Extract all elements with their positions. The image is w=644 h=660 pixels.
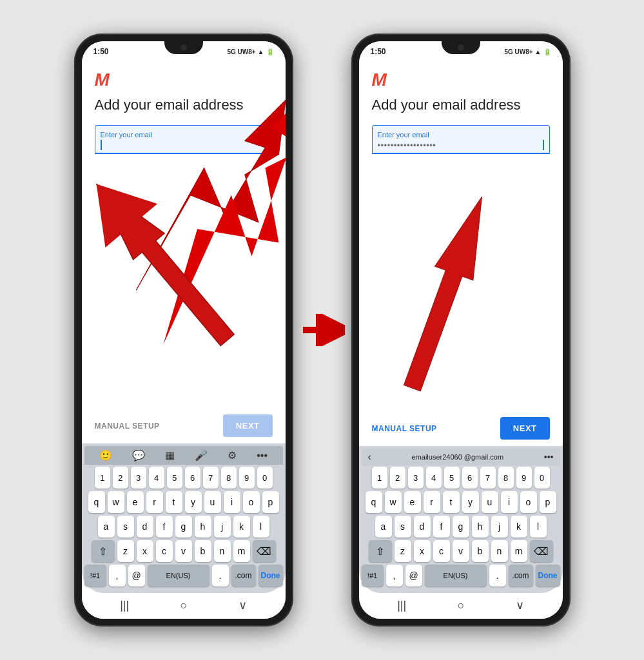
- next-btn-2[interactable]: NEXT: [500, 417, 550, 440]
- gif-icon-1[interactable]: ▦: [165, 449, 175, 461]
- key2-7[interactable]: 7: [480, 467, 496, 489]
- key2-at[interactable]: @: [405, 565, 422, 587]
- key2-l[interactable]: l: [530, 516, 547, 538]
- settings-icon-1[interactable]: ⚙: [228, 449, 237, 461]
- key-h[interactable]: h: [195, 516, 211, 538]
- more-icon-1[interactable]: •••: [257, 450, 268, 461]
- manual-setup-btn-1[interactable]: MANUAL SETUP: [95, 422, 160, 431]
- key2-5[interactable]: 5: [444, 467, 460, 489]
- key-q[interactable]: q: [88, 491, 105, 513]
- key2-f[interactable]: f: [433, 516, 450, 538]
- key-1[interactable]: 1: [95, 467, 110, 489]
- key2-shift[interactable]: ⇧: [369, 540, 392, 562]
- key-e[interactable]: e: [127, 491, 144, 513]
- key2-c[interactable]: c: [433, 540, 450, 562]
- key2-e[interactable]: e: [404, 491, 421, 513]
- key-at-1[interactable]: @: [128, 565, 145, 587]
- key2-1[interactable]: 1: [372, 467, 387, 489]
- more-btn-kb[interactable]: •••: [544, 452, 554, 462]
- key-5[interactable]: 5: [167, 467, 182, 489]
- mic-icon-1[interactable]: 🎤: [195, 449, 208, 461]
- key-d[interactable]: d: [137, 516, 153, 538]
- key-space-1[interactable]: EN(US): [148, 565, 210, 587]
- key2-comma[interactable]: ,: [386, 565, 403, 587]
- key-shift-1[interactable]: ⇧: [92, 540, 115, 562]
- key-8[interactable]: 8: [221, 467, 237, 489]
- key-7[interactable]: 7: [203, 467, 219, 489]
- key-z[interactable]: z: [117, 540, 134, 562]
- key-u[interactable]: u: [204, 491, 221, 513]
- key2-4[interactable]: 4: [426, 467, 442, 489]
- key2-d[interactable]: d: [414, 516, 431, 538]
- key2-period[interactable]: .: [489, 565, 506, 587]
- key2-x[interactable]: x: [414, 540, 431, 562]
- key2-t[interactable]: t: [443, 491, 460, 513]
- email-input-container-1[interactable]: Enter your email: [95, 125, 273, 154]
- key2-m[interactable]: m: [511, 540, 527, 562]
- key-k[interactable]: k: [233, 516, 250, 538]
- key-r[interactable]: r: [146, 491, 163, 513]
- nav-back-2[interactable]: ∨: [516, 598, 524, 612]
- key2-b[interactable]: b: [472, 540, 489, 562]
- key2-z[interactable]: z: [395, 540, 411, 562]
- key2-w[interactable]: w: [385, 491, 402, 513]
- key2-0[interactable]: 0: [534, 467, 550, 489]
- key-j[interactable]: j: [214, 516, 231, 538]
- key2-h[interactable]: h: [472, 516, 489, 538]
- key2-6[interactable]: 6: [462, 467, 478, 489]
- key-6[interactable]: 6: [185, 467, 200, 489]
- suggestion-email[interactable]: emailuser24060 @gmail.com: [371, 453, 544, 461]
- key2-8[interactable]: 8: [498, 467, 514, 489]
- key-s[interactable]: s: [117, 516, 134, 538]
- key-special-1[interactable]: !#1: [84, 565, 106, 587]
- key-dotcom-1[interactable]: .com: [231, 565, 256, 587]
- key-l[interactable]: l: [253, 516, 269, 538]
- nav-back-1[interactable]: ∨: [239, 598, 247, 612]
- nav-recents-2[interactable]: |||: [397, 599, 406, 612]
- nav-recents-1[interactable]: |||: [120, 599, 129, 612]
- key-x[interactable]: x: [137, 540, 153, 562]
- key2-k[interactable]: k: [511, 516, 527, 538]
- key-m[interactable]: m: [233, 540, 250, 562]
- key-b[interactable]: b: [195, 540, 211, 562]
- key-3[interactable]: 3: [131, 467, 146, 489]
- key-v[interactable]: v: [175, 540, 192, 562]
- key-period-1[interactable]: .: [212, 565, 229, 587]
- email-input-container-2[interactable]: Enter your email ••••••••••••••••••: [372, 125, 550, 154]
- key2-y[interactable]: y: [462, 491, 479, 513]
- key2-i[interactable]: i: [501, 491, 518, 513]
- key2-u[interactable]: u: [482, 491, 498, 513]
- key2-g[interactable]: g: [453, 516, 469, 538]
- key2-2[interactable]: 2: [390, 467, 405, 489]
- key2-9[interactable]: 9: [516, 467, 532, 489]
- key-4[interactable]: 4: [149, 467, 164, 489]
- key2-o[interactable]: o: [520, 491, 537, 513]
- key2-n[interactable]: n: [491, 540, 508, 562]
- key2-backspace[interactable]: ⌫: [530, 540, 553, 562]
- key2-special[interactable]: !#1: [362, 565, 384, 587]
- key-p[interactable]: p: [262, 491, 279, 513]
- key-2[interactable]: 2: [113, 467, 128, 489]
- key-t[interactable]: t: [166, 491, 182, 513]
- next-btn-1[interactable]: NEXT: [223, 414, 273, 437]
- key-i[interactable]: i: [224, 491, 240, 513]
- key-n[interactable]: n: [214, 540, 231, 562]
- emoji-icon-1[interactable]: 🙂: [99, 449, 112, 461]
- key-9[interactable]: 9: [239, 467, 255, 489]
- key-0[interactable]: 0: [257, 467, 273, 489]
- key2-a[interactable]: a: [375, 516, 392, 538]
- key-y[interactable]: y: [185, 491, 202, 513]
- key2-done[interactable]: Done: [536, 565, 560, 587]
- key2-space[interactable]: EN(US): [425, 565, 487, 587]
- key2-p[interactable]: p: [540, 491, 556, 513]
- key-c[interactable]: c: [156, 540, 173, 562]
- key2-v[interactable]: v: [453, 540, 469, 562]
- nav-home-1[interactable]: ○: [181, 599, 188, 612]
- key-backspace-1[interactable]: ⌫: [253, 540, 276, 562]
- key-a[interactable]: a: [98, 516, 115, 538]
- key-done-1[interactable]: Done: [259, 565, 283, 587]
- key-comma-1[interactable]: ,: [109, 565, 126, 587]
- key-w[interactable]: w: [108, 491, 124, 513]
- key-o[interactable]: o: [243, 491, 260, 513]
- key2-q[interactable]: q: [366, 491, 382, 513]
